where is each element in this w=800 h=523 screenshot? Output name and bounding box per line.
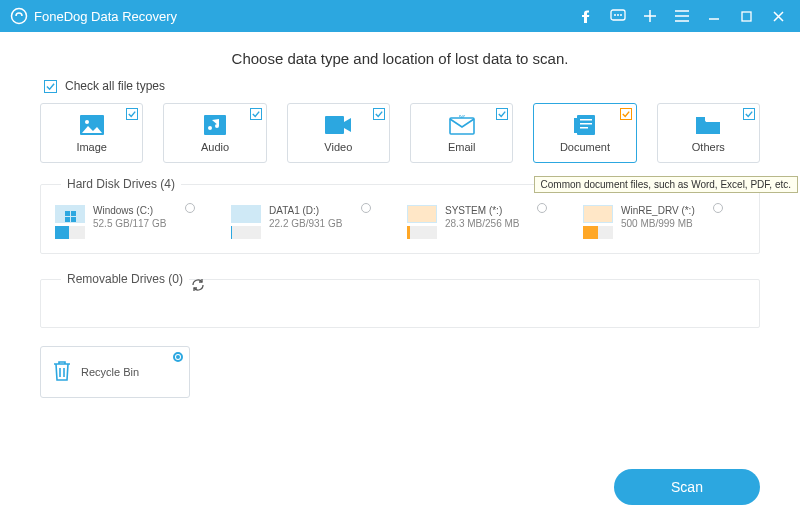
drive-item[interactable]: WinRE_DRV (*:)500 MB/999 MB bbox=[583, 203, 733, 239]
drive-item[interactable]: SYSTEM (*:)28.3 MB/256 MB bbox=[407, 203, 557, 239]
svg-point-3 bbox=[617, 14, 619, 16]
main-content: Choose data type and location of lost da… bbox=[0, 32, 800, 398]
menu-icon[interactable] bbox=[670, 4, 694, 28]
close-icon[interactable] bbox=[766, 4, 790, 28]
type-audio[interactable]: Audio bbox=[163, 103, 266, 163]
folder-icon bbox=[694, 113, 722, 137]
drive-item[interactable]: Windows (C:)52.5 GB/117 GB bbox=[55, 203, 205, 239]
drive-size: 22.2 GB/931 GB bbox=[269, 218, 342, 229]
document-tooltip: Common document files, such as Word, Exc… bbox=[534, 176, 798, 193]
scan-button[interactable]: Scan bbox=[614, 469, 760, 505]
brand: FoneDog Data Recovery bbox=[10, 7, 177, 25]
type-audio-label: Audio bbox=[201, 141, 229, 153]
drive-icon bbox=[231, 205, 261, 239]
check-all-checkbox[interactable] bbox=[44, 80, 57, 93]
image-icon bbox=[78, 113, 106, 137]
app-title: FoneDog Data Recovery bbox=[34, 9, 177, 24]
plus-icon[interactable] bbox=[638, 4, 662, 28]
svg-rect-17 bbox=[696, 117, 705, 121]
svg-rect-10 bbox=[450, 118, 474, 134]
drive-icon bbox=[583, 205, 613, 239]
app-logo-icon bbox=[10, 7, 28, 25]
window-controls bbox=[574, 4, 790, 28]
svg-rect-5 bbox=[742, 12, 751, 21]
type-document[interactable]: Document bbox=[533, 103, 636, 163]
trash-icon bbox=[51, 358, 73, 386]
svg-rect-16 bbox=[574, 118, 578, 133]
minimize-icon[interactable] bbox=[702, 4, 726, 28]
type-image-label: Image bbox=[76, 141, 107, 153]
svg-point-0 bbox=[12, 9, 27, 24]
svg-point-7 bbox=[85, 120, 89, 124]
type-video-checkbox[interactable] bbox=[373, 108, 385, 120]
recycle-row: Recycle Bin bbox=[40, 346, 760, 398]
drive-item[interactable]: DATA1 (D:)22.2 GB/931 GB bbox=[231, 203, 381, 239]
removable-legend: Removable Drives (0) bbox=[61, 272, 189, 286]
type-email-label: Email bbox=[448, 141, 476, 153]
document-icon bbox=[571, 113, 599, 137]
drive-size: 28.3 MB/256 MB bbox=[445, 218, 519, 229]
svg-point-2 bbox=[614, 14, 616, 16]
svg-rect-15 bbox=[580, 127, 588, 129]
email-icon: @ bbox=[448, 113, 476, 137]
type-others-label: Others bbox=[692, 141, 725, 153]
recycle-radio[interactable] bbox=[173, 352, 183, 362]
drive-size: 500 MB/999 MB bbox=[621, 218, 695, 229]
check-all-label: Check all file types bbox=[65, 79, 165, 93]
drive-name: SYSTEM (*:) bbox=[445, 205, 519, 216]
drive-radio[interactable] bbox=[185, 203, 195, 213]
svg-rect-13 bbox=[580, 119, 592, 121]
refresh-icon[interactable] bbox=[191, 278, 205, 295]
hdd-list: Windows (C:)52.5 GB/117 GB DATA1 (D:)22.… bbox=[55, 203, 745, 239]
type-others-checkbox[interactable] bbox=[743, 108, 755, 120]
hdd-legend: Hard Disk Drives (4) bbox=[61, 177, 181, 191]
drive-icon bbox=[407, 205, 437, 239]
svg-text:@: @ bbox=[458, 115, 465, 118]
page-headline: Choose data type and location of lost da… bbox=[40, 50, 760, 67]
svg-rect-8 bbox=[204, 115, 226, 135]
type-image[interactable]: Image bbox=[40, 103, 143, 163]
svg-rect-9 bbox=[325, 116, 344, 134]
removable-section: Removable Drives (0) bbox=[40, 272, 760, 328]
drive-radio[interactable] bbox=[713, 203, 723, 213]
drive-name: Windows (C:) bbox=[93, 205, 166, 216]
type-email[interactable]: @ Email bbox=[410, 103, 513, 163]
type-image-checkbox[interactable] bbox=[126, 108, 138, 120]
type-email-checkbox[interactable] bbox=[496, 108, 508, 120]
drive-radio[interactable] bbox=[537, 203, 547, 213]
type-audio-checkbox[interactable] bbox=[250, 108, 262, 120]
svg-rect-12 bbox=[577, 115, 595, 135]
type-document-label: Document bbox=[560, 141, 610, 153]
video-icon bbox=[324, 113, 352, 137]
feedback-icon[interactable] bbox=[606, 4, 630, 28]
drive-name: DATA1 (D:) bbox=[269, 205, 342, 216]
recycle-bin-item[interactable]: Recycle Bin bbox=[40, 346, 190, 398]
drive-name: WinRE_DRV (*:) bbox=[621, 205, 695, 216]
type-video[interactable]: Video bbox=[287, 103, 390, 163]
svg-point-4 bbox=[620, 14, 622, 16]
type-others[interactable]: Others bbox=[657, 103, 760, 163]
check-all-row[interactable]: Check all file types bbox=[40, 79, 760, 93]
file-type-grid: Image Audio Video @ Email Document Other… bbox=[40, 103, 760, 163]
type-video-label: Video bbox=[324, 141, 352, 153]
svg-rect-14 bbox=[580, 123, 592, 125]
drive-icon bbox=[55, 205, 85, 239]
drive-size: 52.5 GB/117 GB bbox=[93, 218, 166, 229]
type-document-checkbox[interactable] bbox=[620, 108, 632, 120]
facebook-icon[interactable] bbox=[574, 4, 598, 28]
audio-icon bbox=[201, 113, 229, 137]
recycle-label: Recycle Bin bbox=[81, 366, 139, 378]
drive-radio[interactable] bbox=[361, 203, 371, 213]
titlebar: FoneDog Data Recovery bbox=[0, 0, 800, 32]
maximize-icon[interactable] bbox=[734, 4, 758, 28]
